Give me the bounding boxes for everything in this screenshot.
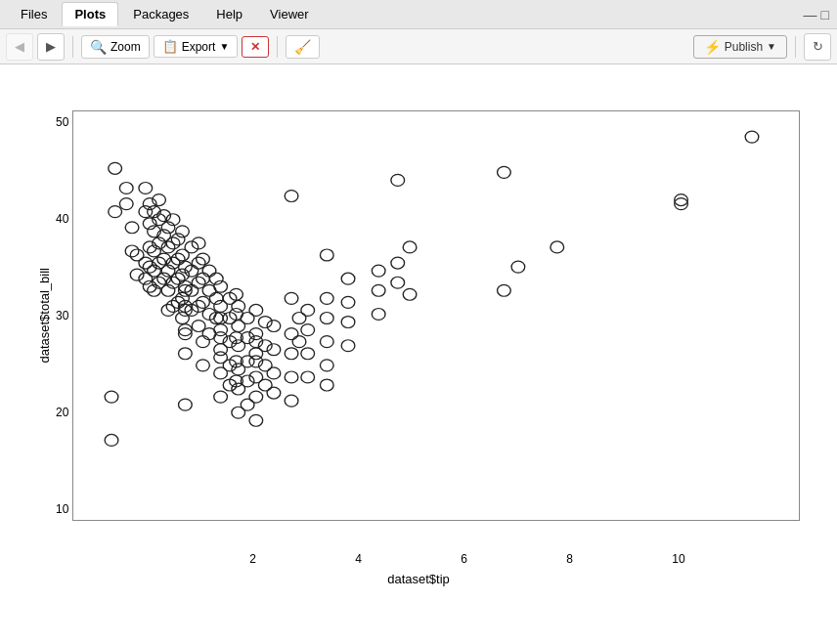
tab-files[interactable]: Files <box>8 2 60 26</box>
plots-toolbar: ◀ ▶ 🔍 Zoom 📋 Export ▼ ✕ 🧹 ⚡ Publish ▼ ↻ <box>0 29 837 64</box>
tab-plots[interactable]: Plots <box>62 2 118 26</box>
x-tick-2: 2 <box>249 552 256 566</box>
svg-point-141 <box>321 312 334 323</box>
svg-point-150 <box>373 265 386 277</box>
export-button[interactable]: 📋 Export ▼ <box>154 35 239 58</box>
svg-point-153 <box>391 277 405 288</box>
svg-point-4 <box>120 182 134 193</box>
chart-container: dataset$total_bill 50 40 30 20 10 <box>0 74 837 634</box>
back-icon: ◀ <box>15 39 24 54</box>
scatter-plot <box>73 111 799 520</box>
clear-button[interactable]: ✕ <box>242 36 269 58</box>
svg-point-107 <box>242 312 255 323</box>
svg-point-146 <box>342 273 356 284</box>
svg-point-56 <box>179 347 193 359</box>
x-tick-10: 10 <box>672 552 684 566</box>
zoom-label: Zoom <box>110 40 141 54</box>
svg-point-129 <box>286 347 299 359</box>
separator-2 <box>277 36 278 58</box>
back-button[interactable]: ◀ <box>6 33 33 61</box>
svg-point-1 <box>106 391 119 403</box>
zoom-button[interactable]: 🔍 Zoom <box>81 35 150 59</box>
svg-point-140 <box>321 292 334 304</box>
svg-point-134 <box>293 312 307 323</box>
svg-point-117 <box>249 414 263 426</box>
svg-point-151 <box>373 284 386 296</box>
svg-point-5 <box>120 197 134 209</box>
svg-point-57 <box>179 399 193 410</box>
svg-point-75 <box>203 265 217 277</box>
forward-button[interactable]: ▶ <box>37 33 65 61</box>
svg-point-133 <box>286 292 299 304</box>
svg-point-0 <box>106 434 119 446</box>
svg-point-147 <box>342 296 356 308</box>
svg-point-124 <box>267 320 281 331</box>
x-ticks: 2 4 6 8 10 <box>37 552 800 566</box>
svg-point-136 <box>301 304 315 316</box>
y-ticks: 50 40 30 20 10 <box>56 110 72 521</box>
svg-point-73 <box>197 335 210 347</box>
export-dropdown-icon: ▼ <box>219 41 229 52</box>
svg-point-9 <box>131 269 145 280</box>
svg-point-130 <box>286 370 299 382</box>
separator-1 <box>72 36 73 58</box>
svg-point-2 <box>109 162 122 174</box>
publish-icon: ⚡ <box>704 39 721 55</box>
tab-bar: Files Plots Packages Help Viewer — □ <box>0 0 837 29</box>
tab-packages[interactable]: Packages <box>120 2 201 26</box>
plot-box <box>72 110 800 521</box>
svg-point-144 <box>321 379 334 391</box>
svg-point-126 <box>267 366 281 378</box>
svg-point-131 <box>286 395 299 407</box>
chart-main: dataset$total_bill 50 40 30 20 10 <box>37 81 800 550</box>
svg-point-3 <box>109 205 122 217</box>
x-axis-label: dataset$tip <box>387 572 450 586</box>
minimize-icon[interactable]: — <box>804 7 817 22</box>
publish-label: Publish <box>725 40 763 54</box>
svg-point-142 <box>321 335 334 347</box>
svg-point-164 <box>746 131 760 143</box>
svg-point-156 <box>404 288 418 300</box>
forward-icon: ▶ <box>46 39 56 54</box>
refresh-icon: ↻ <box>813 39 823 54</box>
zoom-icon: 🔍 <box>90 39 107 55</box>
svg-point-148 <box>342 316 356 327</box>
svg-point-111 <box>242 399 255 410</box>
svg-point-137 <box>301 323 315 335</box>
y-tick-20: 20 <box>56 406 68 419</box>
export-icon: 📋 <box>162 39 178 54</box>
svg-point-127 <box>267 387 281 399</box>
x-tick-4: 4 <box>355 552 362 566</box>
svg-point-116 <box>249 391 263 403</box>
y-tick-40: 40 <box>56 212 68 226</box>
svg-point-132 <box>286 190 299 201</box>
svg-point-152 <box>373 308 386 320</box>
svg-point-10 <box>139 182 153 193</box>
clear-icon: ✕ <box>250 40 260 54</box>
svg-point-161 <box>551 240 564 252</box>
y-tick-30: 30 <box>56 309 68 322</box>
x-tick-6: 6 <box>461 552 467 566</box>
y-tick-10: 10 <box>56 502 68 516</box>
svg-point-123 <box>259 379 273 391</box>
svg-point-112 <box>249 304 263 316</box>
publish-button[interactable]: ⚡ Publish ▼ <box>693 35 787 59</box>
svg-point-69 <box>193 320 206 331</box>
y-tick-50: 50 <box>56 115 68 129</box>
svg-point-145 <box>321 249 334 261</box>
tab-help[interactable]: Help <box>203 2 255 26</box>
broom-button[interactable]: 🧹 <box>286 35 320 59</box>
maximize-icon[interactable]: □ <box>821 7 829 22</box>
refresh-button[interactable]: ↻ <box>804 33 831 61</box>
svg-point-128 <box>286 327 299 339</box>
svg-point-158 <box>498 166 511 178</box>
broom-icon: 🧹 <box>294 39 311 55</box>
chart-wrapper: dataset$total_bill 50 40 30 20 10 <box>37 81 800 628</box>
tab-viewer[interactable]: Viewer <box>257 2 322 26</box>
svg-point-155 <box>391 174 405 186</box>
svg-point-143 <box>321 359 334 370</box>
y-axis-label: dataset$total_bill <box>37 268 52 364</box>
svg-point-101 <box>232 300 245 312</box>
svg-point-125 <box>267 343 281 355</box>
svg-point-120 <box>259 316 273 327</box>
